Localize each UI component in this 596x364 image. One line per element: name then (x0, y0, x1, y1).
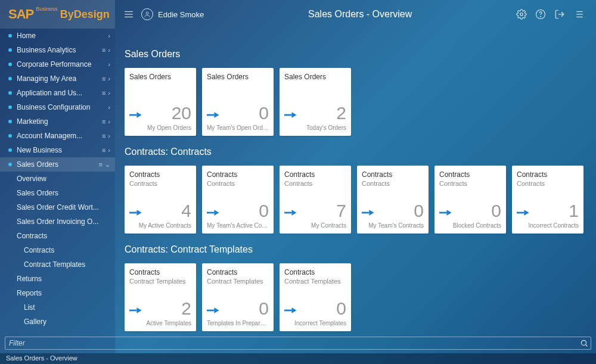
svg-rect-22 (129, 212, 136, 214)
app-logo[interactable]: SAP Business ByDesign (0, 0, 115, 29)
kpi-tile[interactable]: ContractsContracts1Incorrect Contracts (512, 166, 583, 234)
chevron-right-icon: › (108, 46, 110, 54)
chevron-right-icon: › (108, 89, 110, 97)
tile-subtitle: Contracts (284, 180, 346, 187)
sidebar-item-label: Sales Order Credit Wort... (17, 203, 110, 211)
kpi-tile[interactable]: ContractsContract Templates0Incorrect Te… (280, 263, 351, 331)
svg-rect-32 (517, 212, 524, 214)
sidebar-item-business-analytics[interactable]: Business Analytics≡› (0, 43, 115, 57)
tile-value: 20 (172, 104, 191, 122)
page-title: Sales Orders - Overview (204, 9, 516, 20)
tile-header: Contracts (439, 170, 501, 179)
svg-rect-18 (207, 114, 214, 116)
tile-subtitle: Contracts (129, 180, 191, 187)
kpi-tile[interactable]: ContractsContract Templates2Active Templ… (125, 263, 196, 331)
tile-footer: Blocked Contracts (439, 222, 501, 229)
sidebar-item-business-configuration[interactable]: Business Configuration› (0, 100, 115, 114)
sidebar-item-label: Sales Orders (17, 160, 99, 169)
svg-marker-31 (446, 210, 451, 216)
svg-rect-38 (284, 310, 291, 312)
sidebar-item-label: Reports (17, 289, 110, 297)
svg-rect-16 (129, 114, 136, 116)
svg-rect-26 (284, 212, 291, 214)
sidebar-item-sales-order-invoicing-o[interactable]: Sales Order Invoicing O... (0, 214, 115, 229)
kpi-tile[interactable]: ContractsContract Templates0Templates In… (202, 263, 274, 331)
status-text: Sales Orders - Overview (6, 354, 77, 362)
tile-footer: My Contracts (284, 222, 346, 229)
kpi-tile[interactable]: Sales Orders0My Team's Open Orders (202, 68, 274, 136)
bullet-icon (8, 148, 12, 152)
tile-footer: My Team's Active Con... (207, 222, 269, 229)
hamburger-icon[interactable] (123, 9, 134, 20)
sidebar-item-sales-orders[interactable]: Sales Orders≡⌄ (0, 157, 115, 172)
submenu-list-icon: ≡ (99, 161, 103, 169)
sidebar-item-home[interactable]: Home› (0, 29, 115, 43)
sidebar-item-sales-order-credit-wort[interactable]: Sales Order Credit Wort... (0, 200, 115, 214)
submenu-list-icon: ≡ (102, 46, 105, 54)
arrow-right-icon (284, 208, 297, 220)
kpi-tile[interactable]: ContractsContracts0My Team's Active Con.… (202, 166, 274, 234)
svg-marker-29 (369, 210, 374, 216)
tile-footer: Active Templates (129, 320, 191, 326)
settings-icon[interactable] (516, 9, 527, 20)
sidebar-item-contracts[interactable]: Contracts (0, 229, 115, 243)
sidebar-item-corporate-performance[interactable]: Corporate Performance› (0, 57, 115, 71)
kpi-tile[interactable]: ContractsContracts4My Active Contracts (125, 166, 196, 234)
arrow-right-icon (517, 208, 530, 220)
tile-header: Sales Orders (129, 73, 191, 81)
svg-rect-28 (362, 212, 369, 214)
chevron-right-icon: › (108, 32, 110, 39)
logout-icon[interactable] (554, 9, 565, 20)
sidebar-item-account-managem[interactable]: Account Managem...≡› (0, 129, 115, 143)
sidebar-item-label: Contracts (24, 246, 110, 254)
sidebar-item-managing-my-area[interactable]: Managing My Area≡› (0, 71, 115, 86)
sidebar-item-label: Managing My Area (17, 74, 102, 83)
kpi-tile[interactable]: ContractsContracts0My Team's Contracts (357, 166, 429, 234)
sidebar-item-new-business[interactable]: New Business≡› (0, 143, 115, 157)
tile-footer: Incorrect Contracts (517, 222, 579, 229)
sidebar-item-list[interactable]: List (0, 300, 115, 315)
kpi-tile[interactable]: ContractsContracts7My Contracts (280, 166, 351, 234)
chevron-right-icon: › (108, 132, 110, 139)
sidebar-item-sales-orders[interactable]: Sales Orders (0, 186, 115, 200)
sidebar-item-marketing[interactable]: Marketing≡› (0, 114, 115, 129)
list-panel-icon[interactable] (573, 9, 584, 20)
sidebar-item-application-and-us[interactable]: Application and Us...≡› (0, 86, 115, 100)
sidebar-item-contract-templates[interactable]: Contract Templates (0, 257, 115, 272)
sidebar-item-returns[interactable]: Returns (0, 272, 115, 286)
tile-value: 0 (491, 202, 501, 220)
svg-point-3 (146, 12, 148, 14)
tiles-row: Sales Orders20My Open OrdersSales Orders… (125, 68, 586, 136)
sidebar-item-label: Account Managem... (17, 132, 102, 140)
submenu-list-icon: ≡ (102, 75, 105, 82)
sidebar-item-gallery[interactable]: Gallery (0, 315, 115, 329)
sidebar-item-contracts[interactable]: Contracts (0, 243, 115, 257)
section-title: Contracts: Contract Templates (125, 244, 586, 255)
tile-value: 0 (259, 104, 269, 122)
tile-header: Contracts (207, 268, 269, 276)
svg-rect-24 (207, 212, 214, 214)
help-icon[interactable] (535, 9, 546, 20)
tile-subtitle: Contract Templates (284, 278, 346, 285)
svg-marker-17 (136, 112, 141, 118)
svg-marker-39 (291, 307, 296, 313)
bullet-icon (8, 63, 12, 66)
user-menu[interactable]: Eddie Smoke (141, 8, 204, 20)
sidebar-item-label: Sales Order Invoicing O... (17, 217, 110, 226)
tile-subtitle: Contracts (207, 180, 269, 187)
tile-header: Sales Orders (207, 73, 269, 81)
kpi-tile[interactable]: ContractsContracts0Blocked Contracts (434, 166, 506, 234)
tile-subtitle: Contracts (439, 180, 501, 187)
kpi-tile[interactable]: Sales Orders2Today's Orders (280, 68, 351, 136)
status-bar: Sales Orders - Overview (0, 353, 596, 364)
svg-marker-37 (214, 307, 219, 313)
sidebar-item-overview[interactable]: Overview (0, 172, 115, 186)
bullet-icon (8, 105, 12, 109)
sidebar-item-label: Business Configuration (17, 103, 108, 111)
tile-footer: My Team's Open Orders (207, 125, 269, 131)
tile-subtitle: Contracts (362, 180, 424, 187)
tile-header: Contracts (207, 170, 269, 179)
sidebar-item-reports[interactable]: Reports (0, 286, 115, 300)
kpi-tile[interactable]: Sales Orders20My Open Orders (125, 68, 196, 136)
chevron-right-icon: › (108, 104, 110, 111)
